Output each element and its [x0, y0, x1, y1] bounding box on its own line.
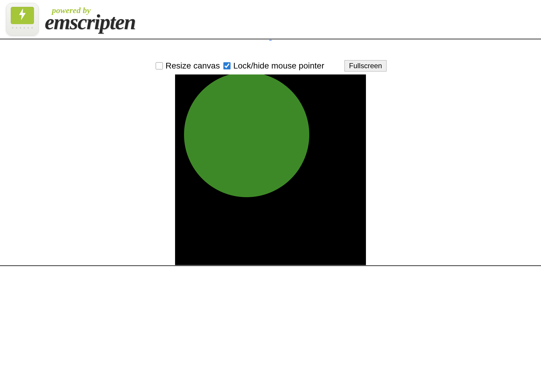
- bolt-icon: [18, 8, 27, 23]
- controls-area: Resize canvas Lock/hide mouse pointer Fu…: [0, 39, 541, 266]
- app-icon-dots: [12, 27, 33, 29]
- resize-canvas-label-wrapper[interactable]: Resize canvas: [154, 61, 220, 71]
- brand-text: emscripten: [45, 12, 135, 32]
- app-icon-screen: [11, 7, 34, 24]
- logo-text: powered by emscripten: [45, 7, 135, 32]
- lock-pointer-checkbox[interactable]: [223, 62, 231, 69]
- canvas-wrapper: [0, 74, 541, 266]
- link-dash[interactable]: _: [269, 36, 272, 41]
- lock-pointer-label-wrapper[interactable]: Lock/hide mouse pointer: [222, 61, 324, 71]
- controls-row: Resize canvas Lock/hide mouse pointer Fu…: [154, 60, 387, 71]
- resize-canvas-label: Resize canvas: [166, 61, 220, 71]
- header: powered by emscripten: [0, 0, 541, 39]
- fullscreen-button[interactable]: Fullscreen: [344, 60, 387, 71]
- canvas[interactable]: [175, 74, 366, 265]
- rendered-circle: [184, 74, 309, 197]
- lock-pointer-label: Lock/hide mouse pointer: [233, 61, 324, 71]
- resize-canvas-checkbox[interactable]: [156, 62, 163, 69]
- app-icon: [6, 3, 39, 36]
- divider-container: _: [0, 39, 541, 39]
